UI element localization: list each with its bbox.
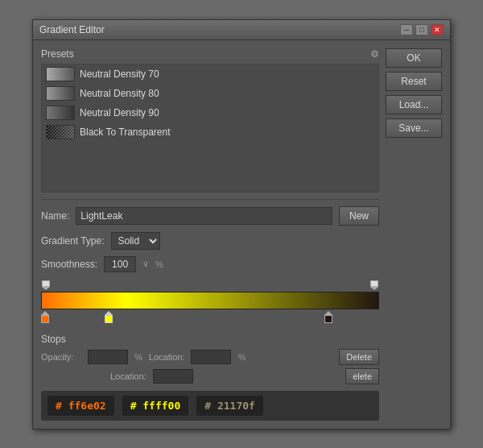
presets-label: Presets bbox=[41, 48, 74, 60]
list-item[interactable]: Neutral Density 80 bbox=[42, 84, 378, 103]
window-title: Gradient Editor bbox=[39, 24, 105, 35]
opacity-unit: % bbox=[134, 352, 142, 362]
smoothness-label: Smoothness: bbox=[41, 259, 97, 270]
load-button[interactable]: Load... bbox=[386, 95, 442, 114]
opacity-handle-box-right bbox=[370, 280, 378, 287]
name-row: Name: New bbox=[41, 206, 379, 226]
color-badge-2: # ffff00 bbox=[122, 396, 189, 416]
minimize-button[interactable]: ─ bbox=[400, 24, 413, 35]
presets-header: Presets ⚙ bbox=[41, 48, 379, 60]
opacity-location-unit: % bbox=[237, 352, 246, 362]
new-button[interactable]: New bbox=[339, 206, 379, 226]
divider bbox=[41, 199, 379, 200]
preset-item-label: Neutral Density 80 bbox=[80, 88, 159, 99]
color-handles bbox=[41, 311, 379, 329]
gear-icon[interactable]: ⚙ bbox=[370, 48, 379, 60]
preset-item-label: Black To Transparent bbox=[80, 127, 171, 138]
color-badge-1: # ff6e02 bbox=[47, 396, 114, 416]
smoothness-row: Smoothness: ∨ % bbox=[41, 256, 379, 272]
save-button[interactable]: Save... bbox=[386, 118, 442, 138]
titlebar: Gradient Editor ─ □ ✕ bbox=[33, 20, 450, 40]
gradient-bar[interactable] bbox=[41, 292, 379, 309]
ok-button[interactable]: OK bbox=[386, 48, 442, 68]
list-item[interactable]: Neutral Density 90 bbox=[42, 103, 378, 122]
opacity-stop-row: Opacity: % Location: % Delete bbox=[41, 349, 379, 365]
list-item[interactable]: Neutral Density 70 bbox=[42, 64, 378, 84]
stops-section: Stops Opacity: % Location: % Delete bbox=[41, 334, 379, 384]
color-badge-3: # 21170f bbox=[196, 396, 263, 416]
delete-color-button[interactable]: elete bbox=[345, 368, 379, 384]
stops-title: Stops bbox=[41, 334, 379, 345]
gradient-type-row: Gradient Type: Solid Noise bbox=[41, 232, 379, 250]
gradient-type-label: Gradient Type: bbox=[41, 235, 105, 247]
opacity-handle-arrow-right bbox=[370, 287, 378, 290]
preset-thumbnail-nd90 bbox=[46, 106, 75, 120]
left-panel: Presets ⚙ Neutral Density 70 Neutral Den… bbox=[41, 48, 379, 421]
opacity-handle-right[interactable] bbox=[370, 280, 378, 290]
reset-button[interactable]: Reset bbox=[386, 72, 442, 91]
color-stop-row: Location: elete bbox=[41, 368, 379, 384]
color-handle-1[interactable] bbox=[41, 311, 49, 323]
opacity-handles bbox=[41, 280, 379, 290]
color-location-input[interactable] bbox=[153, 369, 193, 384]
preset-thumbnail-nd70 bbox=[46, 67, 75, 81]
color-badges: # ff6e02 # ffff00 # 21170f bbox=[41, 391, 379, 421]
preset-thumbnail-btt bbox=[46, 125, 75, 139]
color-handle-box-2 bbox=[105, 315, 113, 323]
gradient-type-select[interactable]: Solid Noise bbox=[111, 232, 160, 250]
name-label: Name: bbox=[41, 210, 69, 222]
gradient-bar-container bbox=[41, 280, 379, 329]
gradient-editor-window: Gradient Editor ─ □ ✕ Presets ⚙ bbox=[32, 19, 451, 429]
name-input[interactable] bbox=[76, 207, 332, 225]
opacity-location-label: Location: bbox=[149, 352, 185, 362]
opacity-handle-box-left bbox=[42, 280, 50, 287]
opacity-value-input[interactable] bbox=[88, 350, 128, 364]
color-handle-box-1 bbox=[41, 315, 49, 323]
transparency-checker bbox=[47, 126, 74, 139]
color-handle-box-3 bbox=[324, 315, 332, 323]
smoothness-input[interactable] bbox=[104, 256, 136, 272]
opacity-field-label: Opacity: bbox=[41, 352, 81, 362]
smoothness-dropdown-icon[interactable]: ∨ bbox=[142, 259, 149, 269]
main-content: Presets ⚙ Neutral Density 70 Neutral Den… bbox=[33, 40, 450, 429]
list-item[interactable]: Black To Transparent bbox=[42, 122, 378, 142]
opacity-location-input[interactable] bbox=[191, 350, 231, 364]
titlebar-buttons: ─ □ ✕ bbox=[400, 24, 444, 35]
opacity-handle-left[interactable] bbox=[42, 280, 50, 290]
opacity-handle-arrow-left bbox=[42, 287, 50, 290]
delete-opacity-button[interactable]: Delete bbox=[339, 349, 379, 365]
preset-thumbnail-nd80 bbox=[46, 86, 75, 101]
presets-list[interactable]: Neutral Density 70 Neutral Density 80 Ne… bbox=[41, 64, 379, 193]
preset-item-label: Neutral Density 90 bbox=[80, 107, 159, 118]
color-location-label: Location: bbox=[110, 371, 147, 381]
color-handle-2[interactable] bbox=[105, 311, 113, 323]
right-panel: OK Reset Load... Save... bbox=[386, 48, 442, 421]
preset-item-label: Neutral Density 70 bbox=[80, 68, 159, 80]
smoothness-percent-label: % bbox=[155, 259, 163, 269]
stops-label: Stops bbox=[41, 334, 66, 345]
maximize-button[interactable]: □ bbox=[415, 24, 428, 35]
close-button[interactable]: ✕ bbox=[431, 24, 444, 35]
color-handle-3[interactable] bbox=[324, 311, 332, 323]
